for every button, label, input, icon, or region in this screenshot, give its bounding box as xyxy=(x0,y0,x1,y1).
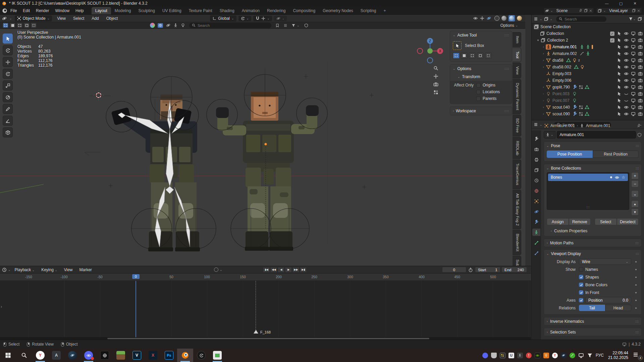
motion-paths-panel[interactable]: ›Motion Paths:::: xyxy=(544,239,642,247)
remove-button[interactable]: Remove xyxy=(569,218,591,225)
tab-bd-free[interactable]: BD Free xyxy=(513,115,521,136)
taskbar-vegas[interactable]: V xyxy=(129,349,145,362)
shield-icon[interactable] xyxy=(304,23,308,27)
options-dropdown[interactable]: Options ⌄ xyxy=(500,23,518,28)
outliner-row-point-003[interactable]: › Point.003 xyxy=(532,90,644,97)
disable-render-icon[interactable] xyxy=(638,112,643,116)
tab-scripting[interactable]: Scripting xyxy=(357,7,380,14)
timeline-menu-playback[interactable]: Playback ⌄ xyxy=(12,267,38,273)
shading-wireframe-icon[interactable] xyxy=(494,16,499,21)
current-frame-badge[interactable]: 0 xyxy=(132,274,140,279)
select-mode-invert[interactable] xyxy=(24,23,30,28)
taskbar-discord[interactable] xyxy=(80,349,97,362)
disable-viewport-icon[interactable] xyxy=(631,85,636,89)
tray-java-icon[interactable] xyxy=(543,353,549,358)
asset-search-input[interactable] xyxy=(198,23,269,27)
disable-render-icon[interactable] xyxy=(638,65,643,69)
outliner-row-armature-002[interactable]: › Armature.002 xyxy=(532,50,644,57)
blenderkit-logo-icon[interactable] xyxy=(150,23,155,28)
tab-view[interactable]: View xyxy=(513,63,521,78)
tab-layout[interactable]: Layout xyxy=(92,7,111,14)
disable-render-icon[interactable] xyxy=(638,31,643,36)
timeline-menu-keying[interactable]: Keying ⌄ xyxy=(39,267,60,273)
inverse-kinematics-panel[interactable]: ›Inverse Kinematics:::: xyxy=(544,317,642,325)
tool-rotate[interactable] xyxy=(3,69,13,79)
timeline-ruler[interactable]: -150 -100 -50 0 50 100 150 200 250 300 3… xyxy=(0,274,531,281)
prev-keyframe-button[interactable]: ◀◀ xyxy=(270,267,277,273)
tab-item[interactable]: Item xyxy=(513,32,521,47)
tray-steam-icon[interactable] xyxy=(561,353,567,358)
pose-position-button[interactable]: Pose Position xyxy=(547,150,593,158)
tool-measure[interactable] xyxy=(3,116,13,126)
move-up-button[interactable]: ▲ xyxy=(631,200,639,207)
disable-render-icon[interactable] xyxy=(638,105,643,110)
specials-dropdown-button[interactable]: ⌄ xyxy=(631,190,639,197)
tab-rendering[interactable]: Rendering xyxy=(263,7,289,14)
selectable-icon[interactable] xyxy=(617,85,622,89)
axes-position-slider[interactable]: Position0.0 xyxy=(585,297,631,303)
language-indicator[interactable]: РУС xyxy=(596,353,604,358)
deselect-button[interactable]: Deselect xyxy=(617,218,639,225)
bone-collection-row-bones[interactable]: Bones ☆ xyxy=(548,174,628,181)
disable-viewport-icon[interactable] xyxy=(631,58,636,63)
viewport-menu-object[interactable]: Object xyxy=(104,15,120,21)
outliner-row-collection[interactable]: Collection ✓ xyxy=(532,30,644,37)
disable-viewport-icon[interactable] xyxy=(631,105,636,110)
playhead[interactable] xyxy=(136,281,136,337)
outliner-row-scene-collection[interactable]: Scene Collection xyxy=(532,23,644,30)
selectable-icon[interactable] xyxy=(617,38,622,43)
disable-render-icon[interactable] xyxy=(638,98,643,103)
selectable-icon[interactable] xyxy=(617,78,622,83)
rest-position-button[interactable]: Rest Position xyxy=(593,150,639,158)
selectable-icon[interactable] xyxy=(617,51,622,56)
tab-tool[interactable]: Tool xyxy=(513,48,521,62)
outliner-row-collection-2[interactable]: ▾ Collection 2 ✓ xyxy=(532,37,644,44)
tab-compositing[interactable]: Compositing xyxy=(289,7,319,14)
close-button[interactable]: ✕ xyxy=(628,1,642,6)
pin-icon[interactable] xyxy=(637,124,641,128)
outliner-row-dsa58-002[interactable]: › dsa58.002 xyxy=(532,64,644,70)
tool-cursor[interactable] xyxy=(3,45,13,55)
filter-icon[interactable] xyxy=(291,23,296,27)
select-mode-subtract[interactable] xyxy=(17,23,22,28)
star-icon[interactable]: ☆ xyxy=(622,175,625,180)
scene-selector[interactable]: ⌄ Scene xyxy=(543,7,594,14)
hide-eye-icon[interactable] xyxy=(624,38,629,43)
bone-colors-checkbox[interactable] xyxy=(579,283,583,287)
tab-shading[interactable]: Shading xyxy=(216,7,238,14)
tab-texture-paint[interactable]: Texture Paint xyxy=(185,7,216,14)
pivot-dropdown[interactable]: ⌄ xyxy=(238,16,252,21)
tab-viewlayer-properties[interactable] xyxy=(532,166,540,174)
select-mode-extend[interactable] xyxy=(10,23,15,28)
hide-eye-icon[interactable] xyxy=(624,71,629,76)
tray-warning-icon[interactable]: ! xyxy=(526,353,532,358)
region-expand-chevron[interactable]: › xyxy=(1,304,2,309)
tab-physics-properties[interactable] xyxy=(532,208,540,215)
editor-type-icon[interactable] xyxy=(2,16,7,21)
taskbar-steam[interactable] xyxy=(64,349,80,362)
select-mode-intersect[interactable] xyxy=(31,23,37,28)
disable-viewport-icon[interactable] xyxy=(631,31,636,36)
datablock-name-field[interactable]: Armature.001 xyxy=(557,131,636,138)
panel-mode-extend[interactable] xyxy=(461,53,468,59)
disable-viewport-icon[interactable] xyxy=(631,112,636,116)
zoom-icon[interactable] xyxy=(433,66,438,71)
disable-render-icon[interactable] xyxy=(638,58,643,63)
disable-viewport-icon[interactable] xyxy=(631,78,636,83)
viewport-menu-add[interactable]: Add xyxy=(89,15,101,21)
selectable-icon[interactable] xyxy=(617,112,622,116)
menu-help[interactable]: Help xyxy=(72,7,87,14)
gizmos-icon[interactable] xyxy=(480,16,484,20)
viewport-menu-select[interactable]: Select xyxy=(71,15,87,21)
menu-window[interactable]: Window xyxy=(52,7,72,14)
assign-button[interactable]: Assign xyxy=(547,218,569,225)
asset-category-material-icon[interactable] xyxy=(166,23,170,27)
selectable-icon[interactable] xyxy=(617,65,622,69)
hide-eye-closed-icon[interactable] xyxy=(624,92,629,96)
shading-rendered-icon[interactable] xyxy=(517,16,522,21)
tool-annotate[interactable] xyxy=(3,104,13,114)
taskbar-skull-app[interactable] xyxy=(97,349,113,362)
disable-viewport-icon[interactable] xyxy=(631,51,636,56)
selectable-icon[interactable] xyxy=(617,105,622,110)
panel-mode-set[interactable] xyxy=(453,53,460,59)
